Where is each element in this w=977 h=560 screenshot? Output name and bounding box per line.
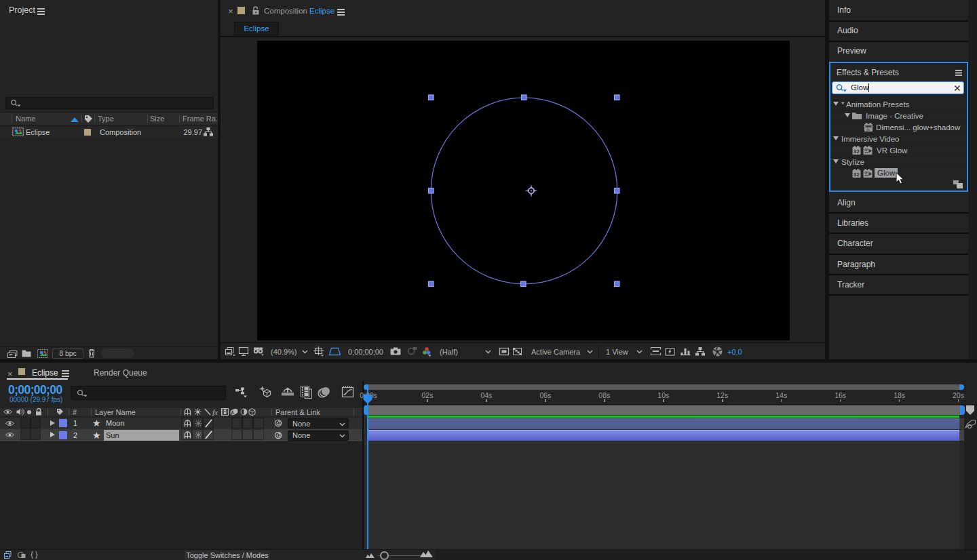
svg-text:fx: fx [866,127,870,132]
svg-text:32: 32 [854,172,860,178]
svg-text:32: 32 [854,148,860,155]
